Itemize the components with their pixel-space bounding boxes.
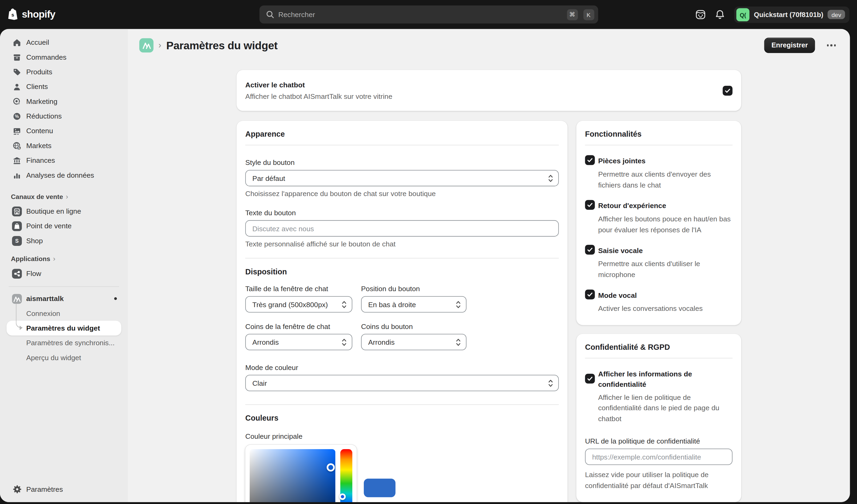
svg-text:$: $ [18, 146, 20, 150]
sidebar-subitem-parametres-du-widget[interactable]: Paramètres du widget [7, 321, 121, 335]
sidebar-subitem-connexion[interactable]: Connexion [7, 306, 121, 321]
saturation-area[interactable] [250, 449, 335, 502]
window-size-select[interactable]: Très grand (500x800px) [245, 296, 352, 313]
hue-slider[interactable] [340, 449, 352, 502]
button-corners-select[interactable]: Arrondis [361, 334, 467, 350]
chevron-right-icon: › [66, 192, 68, 201]
sidebar-item-parametres[interactable]: Paramètres [7, 482, 121, 497]
divider [585, 357, 733, 358]
button-text-input[interactable] [245, 220, 559, 237]
save-button[interactable]: Enregistrer [764, 38, 815, 53]
svg-text:S: S [15, 238, 19, 243]
main-area: › Paramètres du widget Enregistrer Activ… [128, 29, 850, 502]
sidebar-item-point-de-vente[interactable]: Point de vente [7, 218, 121, 233]
privacy-url-help: Laissez vide pour utiliser la politique … [585, 469, 733, 491]
sidebar-item-reductions[interactable]: % Réductions [7, 109, 121, 123]
hue-handle[interactable] [339, 493, 346, 500]
button-position-label: Position du bouton [361, 285, 467, 293]
privacy-show-info-item: Afficher les informations de confidentia… [585, 368, 733, 424]
voice-mode-checkbox[interactable] [585, 289, 595, 299]
shop-icon: S [12, 236, 22, 246]
chevron-right-icon: › [53, 255, 55, 263]
search-icon [266, 11, 274, 19]
sidebar-item-finances[interactable]: Finances [7, 153, 121, 168]
sidebar-item-contenu[interactable]: Contenu [7, 123, 121, 138]
admin-frame: Accueil Commandes Produits Clients [0, 29, 850, 502]
more-actions-button[interactable] [824, 38, 839, 53]
sidebar-item-flow[interactable]: Flow [7, 266, 121, 281]
page-header: › Paramètres du widget Enregistrer [128, 29, 850, 62]
feature-item-mode-vocal: Mode vocal Activer les conversations voc… [585, 289, 733, 314]
select-chevrons-icon [455, 300, 462, 309]
attachments-checkbox[interactable] [585, 155, 595, 165]
colors-title: Couleurs [245, 414, 559, 422]
horizontal-dots-icon [827, 45, 836, 46]
app-section-aismarttalk: aismarttalk Connexion Paramètres du widg… [0, 291, 128, 365]
k-key-badge: K [583, 9, 594, 20]
bell-icon [715, 9, 725, 20]
button-text-help: Texte personnalisé affiché sur le bouton… [245, 240, 559, 248]
select-chevrons-icon [547, 173, 554, 183]
window-corners-label: Coins de la fenêtre de chat [245, 322, 352, 331]
privacy-card: Confidentialité & RGPD Afficher les info… [576, 334, 741, 502]
select-chevrons-icon [341, 337, 348, 347]
feedback-checkbox[interactable] [585, 200, 595, 210]
color-picker: #0066cc [245, 445, 559, 502]
color-mode-label: Mode de couleur [245, 363, 559, 372]
privacy-url-input[interactable] [585, 449, 733, 465]
sidebar-item-commandes[interactable]: Commandes [7, 50, 121, 65]
shopify-bag-icon: s [8, 8, 19, 21]
shopify-admin: s shopify Rechercher ⌘ K [0, 0, 857, 504]
button-style-label: Style du bouton [245, 158, 559, 167]
store-name: Quickstart (70f8101b) [754, 11, 823, 18]
sidebar-item-aismarttalk[interactable]: aismarttalk [7, 291, 121, 306]
sidebar-item-boutique-en-ligne[interactable]: Boutique en ligne [7, 204, 121, 218]
store-menu[interactable]: Q( Quickstart (70f8101b) dev [734, 6, 850, 23]
aismarttalk-page-icon [139, 38, 153, 52]
sidebar-item-shop[interactable]: S Shop [7, 233, 121, 248]
sidebar-item-marketing[interactable]: Marketing [7, 94, 121, 109]
privacy-info-checkbox[interactable] [585, 373, 595, 383]
search-placeholder: Rechercher [278, 11, 562, 19]
sidebar-item-markets[interactable]: $ Markets [7, 138, 121, 153]
sidebar-header-canaux-de-vente[interactable]: Canaux de vente › [7, 189, 121, 204]
saturation-handle[interactable] [327, 463, 335, 471]
button-position-select[interactable]: En bas à droite [361, 296, 467, 313]
button-style-select[interactable]: Par défaut [245, 170, 559, 186]
window-corners-select[interactable]: Arrondis [245, 334, 352, 350]
color-mode-select[interactable]: Clair [245, 375, 559, 391]
sidebar-item-clients[interactable]: Clients [7, 79, 121, 94]
customers-icon [12, 82, 22, 91]
sidebar: Accueil Commandes Produits Clients [0, 29, 128, 502]
sidebar-item-analyses[interactable]: Analyses de données [7, 168, 121, 183]
color-hex-value: #0066cc [364, 502, 396, 502]
shopify-logo[interactable]: s shopify [8, 8, 55, 21]
app-status-dot-icon [114, 297, 117, 300]
page-title: Paramètres du widget [166, 39, 278, 52]
sidekick-button[interactable] [692, 6, 709, 23]
enable-chatbot-checkbox[interactable] [723, 85, 733, 95]
markets-globe-icon: $ [12, 141, 22, 151]
privacy-title: Confidentialité & RGPD [585, 342, 733, 351]
appearance-title: Apparence [245, 130, 559, 138]
sidebar-subitem-apercu-du-widget[interactable]: Aperçu du widget [7, 350, 121, 365]
feature-item-pieces-jointes: Pièces jointes Permettre aux clients d'e… [585, 155, 733, 190]
gear-icon [12, 484, 22, 494]
select-chevrons-icon [341, 300, 348, 309]
sidebar-item-produits[interactable]: Produits [7, 65, 121, 79]
sidebar-subitem-parametres-de-synchronisation[interactable]: Paramètres de synchronis... [7, 335, 121, 350]
shopify-wordmark: shopify [22, 9, 55, 20]
search-input[interactable]: Rechercher ⌘ K [259, 5, 598, 24]
analytics-bars-icon [12, 170, 22, 180]
color-swatch[interactable] [364, 479, 396, 497]
cmd-key-badge: ⌘ [567, 9, 578, 20]
notifications-button[interactable] [711, 6, 729, 23]
sidebar-item-accueil[interactable]: Accueil [7, 35, 121, 50]
select-chevrons-icon [455, 337, 462, 347]
enable-chatbot-description: Afficher le chatbot AISmartTalk sur votr… [245, 92, 392, 100]
breadcrumb-chevron-icon: › [158, 40, 162, 50]
sidebar-header-applications[interactable]: Applications › [7, 251, 121, 266]
voice-input-checkbox[interactable] [585, 245, 595, 255]
pos-icon [12, 221, 22, 231]
divider [245, 145, 559, 146]
